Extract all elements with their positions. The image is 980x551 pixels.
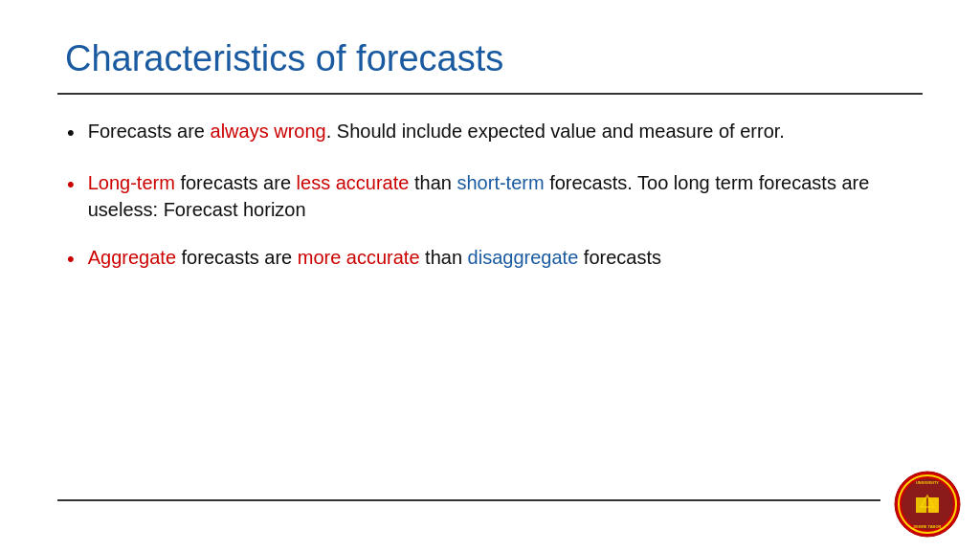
- bullet-item-2: • Long-term forecasts are less accurate …: [67, 169, 923, 223]
- bullet-text-3: Aggregate forecasts are more accurate th…: [88, 244, 923, 271]
- bullet-item-1: • Forecasts are always wrong. Should inc…: [67, 118, 923, 148]
- bullet3-part4: than: [420, 247, 468, 268]
- bullet3-part3: more accurate: [298, 247, 420, 268]
- bullet-dot-1: •: [67, 119, 75, 148]
- bullet-dot-3: •: [67, 245, 75, 275]
- bullet-list: • Forecasts are always wrong. Should inc…: [57, 118, 923, 275]
- bullet3-part1: Aggregate: [88, 247, 176, 268]
- university-logo: DEBRE TABOR UNIVERSITY: [894, 471, 961, 538]
- slide: Characteristics of forecasts • Forecasts…: [0, 0, 980, 551]
- bullet2-part2: forecasts are: [175, 172, 297, 193]
- slide-title: Characteristics of forecasts: [57, 38, 923, 79]
- bullet2-part1: Long-term: [88, 172, 175, 193]
- bullet2-part5: short-term: [457, 172, 544, 193]
- bullet-dot-2: •: [67, 170, 75, 200]
- top-divider: [57, 93, 923, 95]
- bullet-text-1: Forecasts are always wrong. Should inclu…: [88, 118, 923, 144]
- bullet-text-2: Long-term forecasts are less accurate th…: [88, 169, 923, 223]
- bullet3-part6: forecasts: [578, 247, 661, 268]
- logo-svg: DEBRE TABOR UNIVERSITY: [894, 471, 961, 538]
- bullet1-part1: Forecasts are: [88, 121, 211, 142]
- bullet2-part4: than: [409, 172, 457, 193]
- bullet1-part2: always wrong: [211, 121, 326, 142]
- svg-text:UNIVERSITY: UNIVERSITY: [916, 480, 939, 485]
- bullet3-part2: forecasts are: [176, 247, 298, 268]
- svg-text:DEBRE TABOR: DEBRE TABOR: [913, 524, 941, 529]
- bullet3-part5: disaggregate: [468, 247, 579, 268]
- bullet2-part3: less accurate: [297, 172, 410, 193]
- bullet1-part3: . Should include expected value and meas…: [326, 121, 785, 142]
- bottom-divider: [57, 499, 880, 501]
- bullet-item-3: • Aggregate forecasts are more accurate …: [67, 244, 923, 275]
